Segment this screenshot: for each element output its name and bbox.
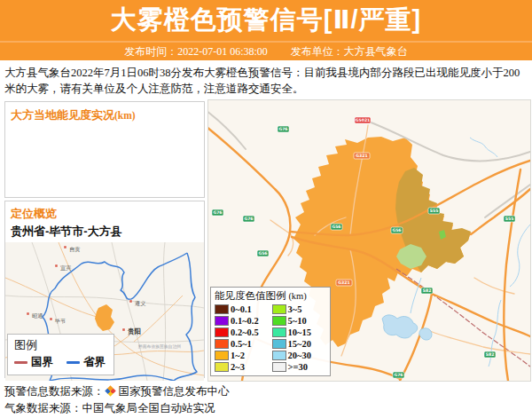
province-border-line-icon	[66, 361, 80, 364]
legend-swatch	[215, 339, 229, 349]
road-badge: G76	[243, 216, 254, 222]
legend-label: 0.2~0.5	[231, 327, 259, 337]
road-badge: G76	[278, 126, 289, 132]
svg-text:G76: G76	[244, 217, 253, 222]
national-border-label: 国界	[31, 356, 53, 368]
svg-text:G76: G76	[213, 211, 222, 216]
svg-text:G321: G321	[338, 281, 349, 286]
weather-source-value: 中国气象局全国自动站实况	[82, 402, 215, 414]
road-badge: S82	[421, 288, 433, 294]
legend-swatch	[272, 339, 286, 349]
visibility-legend-grid: 0~0.10.1~0.20.2~0.50.5~11~22~33~55~1010~…	[215, 304, 327, 372]
svg-text:S82: S82	[486, 353, 495, 358]
visibility-legend-unit: (km)	[288, 291, 306, 301]
mini-legend-title: 图例	[14, 337, 106, 353]
visibility-title-unit: (km)	[114, 110, 136, 121]
legend-swatch	[272, 316, 286, 326]
visibility-legend-title-text: 能见度色值图例	[215, 290, 286, 301]
visibility-panel-title: 大方当地能见度实况(km)	[11, 108, 136, 122]
legend-swatch	[272, 327, 286, 337]
mini-map-legend: 图例 国界 省界	[7, 334, 114, 375]
legend-item: 15~20	[272, 339, 328, 349]
svg-text:贵阳: 贵阳	[127, 327, 141, 335]
visibility-title-text: 大方当地能见度实况	[11, 108, 114, 122]
svg-text:G321: G321	[356, 154, 367, 159]
footer-line-weather-source: 气象数据来源：中国气象局全国自动站实况	[4, 400, 532, 417]
warning-text: 大方县气象台2022年7月1日06时38分发布大雾橙色预警信号：目前我县境内部分…	[4, 65, 528, 97]
publish-unit: 发布单位：大方县气象台	[291, 44, 408, 59]
road-badge: G321	[336, 280, 352, 286]
svg-text:S55: S55	[505, 217, 514, 222]
road-badge: G56	[331, 224, 342, 230]
page-title: 大雾橙色预警信号[Ⅱ/严重]	[111, 3, 421, 38]
visibility-legend-title: 能见度色值图例 (km)	[215, 289, 327, 303]
legend-item: 3~5	[272, 304, 328, 314]
location-region: 贵州省-毕节市-大方县	[5, 223, 204, 242]
road-badge: G76	[212, 209, 223, 216]
weather-source-label: 气象数据来源：	[4, 402, 82, 414]
legend-label: 2~3	[231, 362, 245, 372]
road-badge: G56	[257, 250, 269, 256]
svg-text:S55: S55	[430, 209, 439, 214]
legend-swatch	[272, 304, 286, 314]
svg-text:毕节: 毕节	[54, 318, 66, 324]
svg-text:宜宾: 宜宾	[60, 264, 71, 271]
legend-national-border: 国界	[14, 355, 53, 370]
svg-text:自贡: 自贡	[69, 246, 80, 253]
main-map[interactable]: G5021G321G321G76G76G76G56G56G56S55S55S82…	[207, 99, 531, 382]
road-badge: S55	[504, 216, 515, 222]
svg-text:G56: G56	[332, 225, 340, 230]
road-badge: G76	[393, 372, 404, 378]
legend-swatch	[215, 351, 229, 360]
legend-label: 20~30	[288, 351, 311, 360]
svg-text:黔南布依族苗族自治州: 黔南布依族苗族自治州	[137, 343, 181, 350]
legend-swatch	[215, 362, 229, 372]
city-label: 黔南布依族苗族自治州	[137, 343, 181, 350]
footer-line-warning-source: 预警信息数据来源：国家预警信息发布中心	[4, 383, 532, 400]
province-border-label: 省界	[83, 356, 106, 368]
svg-text:G76: G76	[394, 374, 403, 378]
nwc-diamond-logo-icon	[105, 386, 115, 397]
warning-source-label: 预警信息数据来源：	[4, 385, 105, 398]
legend-label: 3~5	[288, 304, 302, 314]
legend-item: 2~3	[215, 362, 270, 372]
svg-text:G56: G56	[392, 229, 401, 233]
legend-label: 0.1~0.2	[231, 316, 259, 326]
svg-text:遵义: 遵义	[135, 300, 145, 306]
legend-item: 10~15	[272, 327, 328, 337]
road-badge: G321	[354, 153, 370, 159]
legend-item: >=30	[272, 362, 328, 372]
legend-item: 5~10	[272, 316, 328, 326]
mini-map[interactable]: 自贡宜宾昭通遵义毕节贵阳六盘水安顺黔南布依族苗族自治州 图例 国界 省界	[5, 242, 204, 381]
legend-swatch	[272, 362, 286, 372]
visibility-panel: 大方当地能见度实况(km)	[4, 101, 205, 198]
content-columns: 大方当地能见度实况(km) 定位概览 贵州省-毕节市-大方县	[4, 99, 530, 382]
legend-label: 5~10	[288, 316, 307, 326]
location-panel: 定位概览 贵州省-毕节市-大方县	[4, 201, 205, 378]
road-badge: S55	[428, 208, 440, 214]
road-badge: G56	[391, 227, 403, 233]
legend-item: 0.2~0.5	[215, 327, 270, 337]
legend-label: 0.5~1	[231, 339, 252, 349]
legend-item: 0~0.1	[215, 304, 270, 314]
legend-label: 0~0.1	[231, 304, 252, 314]
legend-swatch	[215, 316, 229, 326]
publish-time: 发布时间：2022-07-01 06:38:00	[124, 44, 268, 59]
legend-label: 15~20	[288, 339, 311, 349]
legend-item: 1~2	[215, 351, 270, 360]
svg-text:昭通: 昭通	[32, 312, 43, 319]
location-panel-header: 定位概览	[5, 201, 204, 223]
publish-time-label: 发布时间：	[124, 45, 177, 58]
mini-legend-items: 国界 省界	[14, 355, 106, 370]
road-badge: G5021	[355, 117, 371, 123]
location-panel-title: 定位概览	[11, 207, 57, 220]
footer: 预警信息数据来源：国家预警信息发布中心 气象数据来源：中国气象局全国自动站实况	[4, 383, 532, 417]
legend-item: 0.1~0.2	[215, 316, 270, 326]
header-bar: 大雾橙色预警信号[Ⅱ/严重]	[0, 0, 532, 41]
warning-source-value: 国家预警信息发布中心	[119, 385, 230, 398]
legend-label: >=30	[288, 362, 308, 372]
publish-time-value: 2022-07-01 06:38:00	[177, 45, 268, 58]
road-badge: S82	[484, 351, 496, 358]
legend-swatch	[215, 327, 229, 337]
legend-label: 1~2	[231, 351, 245, 360]
